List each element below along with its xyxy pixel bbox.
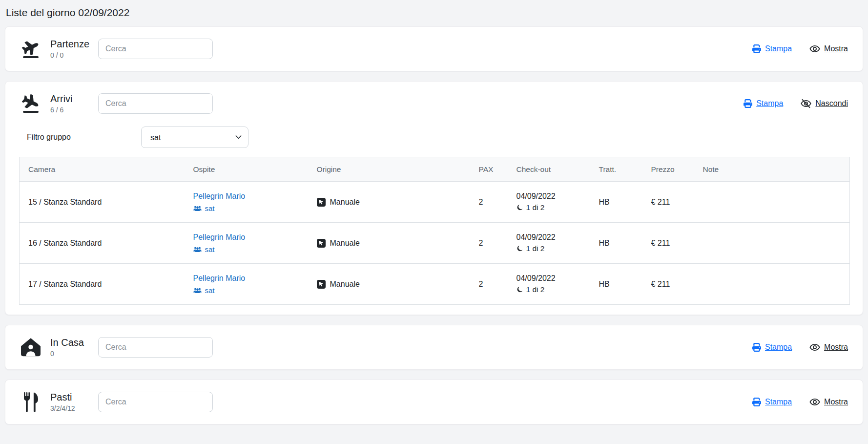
- group-filter-row: Filtro gruppo sat: [5, 126, 863, 156]
- camera-cell: 17 / Stanza Standard: [20, 264, 185, 305]
- pax-cell: 2: [470, 182, 508, 223]
- cursor-icon: [318, 281, 324, 287]
- partenze-print-link[interactable]: Stampa: [752, 44, 792, 53]
- guest-link[interactable]: Pellegrin Mario: [193, 233, 246, 242]
- arrivi-search-input[interactable]: [98, 93, 213, 114]
- plane-departure-icon: [18, 40, 43, 58]
- partenze-title: Partenze: [50, 39, 98, 50]
- pasti-count: 3/2/4/12: [50, 404, 98, 412]
- arrivi-header: Arrivi 6 / 6 Stampa Nascondi: [5, 82, 863, 126]
- group-filter-label: Filtro gruppo: [19, 133, 141, 142]
- printer-icon: [744, 99, 752, 108]
- checkout-cell: 04/09/2022 1 di 2: [508, 182, 590, 223]
- in-casa-header: In Casa 0 Stampa Mostra: [5, 325, 863, 369]
- table-row: 15 / Stanza Standard Pellegrin Mario sat: [20, 182, 850, 223]
- pax-cell: 2: [470, 264, 508, 305]
- origine-cell: Manuale: [308, 223, 470, 264]
- eye-icon: [809, 342, 820, 353]
- tratt-cell: HB: [590, 182, 642, 223]
- origine-cell: Manuale: [308, 264, 470, 305]
- in-casa-title: In Casa: [50, 337, 98, 348]
- pasti-search-input[interactable]: [98, 392, 213, 412]
- page-title: Liste del giorno 02/09/2022: [6, 7, 863, 19]
- note-cell: [694, 264, 850, 305]
- table-row: 17 / Stanza Standard Pellegrin Mario sat: [20, 264, 850, 305]
- moon-icon: [517, 204, 523, 211]
- partenze-show-link[interactable]: Mostra: [809, 43, 848, 54]
- note-cell: [694, 223, 850, 264]
- eye-slash-icon: [801, 98, 811, 109]
- ospite-cell: Pellegrin Mario sat: [185, 223, 308, 264]
- origine-cell: Manuale: [308, 182, 470, 223]
- prezzo-cell: € 211: [642, 264, 694, 305]
- users-icon: [193, 246, 202, 253]
- manual-origin-icon: [317, 198, 326, 207]
- pax-cell: 2: [470, 223, 508, 264]
- checkout-cell: 04/09/2022 1 di 2: [508, 223, 590, 264]
- col-prezzo: Prezzo: [642, 157, 694, 182]
- ospite-cell: Pellegrin Mario sat: [185, 182, 308, 223]
- partenze-count: 0 / 0: [50, 51, 98, 59]
- table-row: 16 / Stanza Standard Pellegrin Mario sat: [20, 223, 850, 264]
- day-lists-page: Liste del giorno 02/09/2022 Partenze 0 /…: [5, 7, 863, 424]
- in-casa-count: 0: [50, 350, 98, 358]
- note-cell: [694, 182, 850, 223]
- tratt-cell: HB: [590, 223, 642, 264]
- in-casa-show-link[interactable]: Mostra: [809, 342, 848, 353]
- plane-arrival-icon: [18, 95, 43, 113]
- section-pasti: Pasti 3/2/4/12 Stampa Mostra: [5, 380, 863, 424]
- col-checkout: Check-out: [508, 157, 590, 182]
- eye-icon: [809, 43, 820, 54]
- cursor-icon: [318, 240, 324, 246]
- col-note: Note: [694, 157, 850, 182]
- group-tag[interactable]: sat: [193, 204, 302, 212]
- prezzo-cell: € 211: [642, 182, 694, 223]
- col-ospite: Ospite: [185, 157, 308, 182]
- section-arrivi: Arrivi 6 / 6 Stampa Nascondi Filtro grup…: [5, 81, 863, 315]
- users-icon: [193, 205, 202, 211]
- col-origine: Origine: [308, 157, 470, 182]
- nights-indicator: 1 di 2: [517, 285, 584, 294]
- group-tag[interactable]: sat: [193, 286, 302, 295]
- arrivi-title: Arrivi: [50, 93, 98, 105]
- printer-icon: [752, 343, 761, 352]
- pasti-header: Pasti 3/2/4/12 Stampa Mostra: [5, 380, 863, 424]
- arrivals-table: Camera Ospite Origine PAX Check-out Trat…: [19, 157, 850, 305]
- group-tag[interactable]: sat: [193, 245, 302, 254]
- manual-origin-icon: [317, 280, 326, 289]
- printer-icon: [752, 398, 761, 406]
- prezzo-cell: € 211: [642, 223, 694, 264]
- guest-link[interactable]: Pellegrin Mario: [193, 274, 246, 283]
- eye-icon: [809, 397, 820, 407]
- moon-icon: [517, 286, 523, 293]
- camera-cell: 15 / Stanza Standard: [20, 182, 185, 223]
- pasti-title: Pasti: [50, 392, 98, 403]
- in-casa-print-link[interactable]: Stampa: [752, 343, 792, 352]
- col-camera: Camera: [20, 157, 185, 182]
- manual-origin-icon: [317, 239, 326, 248]
- pasti-print-link[interactable]: Stampa: [752, 398, 792, 406]
- section-partenze: Partenze 0 / 0 Stampa Mostra: [5, 26, 863, 71]
- pasti-show-link[interactable]: Mostra: [809, 397, 848, 407]
- partenze-header: Partenze 0 / 0 Stampa Mostra: [5, 27, 863, 71]
- nights-indicator: 1 di 2: [517, 203, 584, 212]
- col-pax: PAX: [470, 157, 508, 182]
- users-icon: [193, 287, 202, 294]
- house-user-icon: [18, 338, 43, 357]
- section-in-casa: In Casa 0 Stampa Mostra: [5, 325, 863, 370]
- group-filter-select[interactable]: sat: [141, 127, 248, 148]
- moon-icon: [517, 245, 523, 252]
- camera-cell: 16 / Stanza Standard: [20, 223, 185, 264]
- in-casa-search-input[interactable]: [98, 337, 213, 358]
- tratt-cell: HB: [590, 264, 642, 305]
- ospite-cell: Pellegrin Mario sat: [185, 264, 308, 305]
- arrivi-hide-link[interactable]: Nascondi: [801, 98, 848, 109]
- utensils-icon: [18, 391, 43, 413]
- guest-link[interactable]: Pellegrin Mario: [193, 192, 246, 201]
- checkout-cell: 04/09/2022 1 di 2: [508, 264, 590, 305]
- nights-indicator: 1 di 2: [517, 244, 584, 253]
- table-header-row: Camera Ospite Origine PAX Check-out Trat…: [20, 157, 850, 182]
- partenze-search-input[interactable]: [98, 39, 213, 59]
- arrivi-print-link[interactable]: Stampa: [744, 99, 783, 108]
- printer-icon: [752, 44, 761, 53]
